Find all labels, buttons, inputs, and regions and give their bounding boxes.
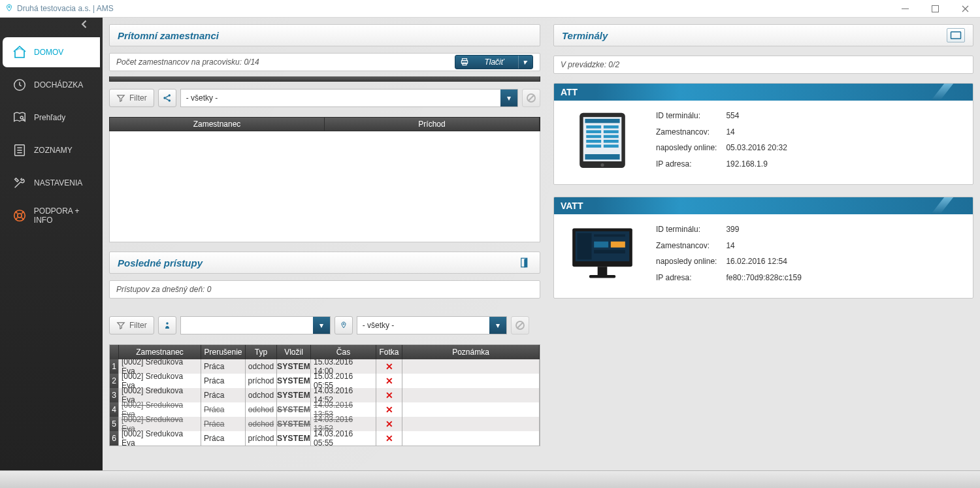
close-button[interactable] [950, 0, 980, 18]
svg-rect-31 [604, 140, 619, 143]
svg-point-7 [18, 214, 22, 218]
svg-rect-30 [586, 140, 601, 143]
sidebar: DOMOV DOCHÁDZKA Prehľady ZOZNAMY [0, 18, 103, 470]
x-icon: ✕ [385, 419, 393, 429]
svg-rect-25 [604, 125, 619, 129]
recent-count: Prístupov za dnešný deň: 0 [116, 285, 211, 294]
nav-label: DOMOV [34, 48, 63, 57]
caret-down-icon: ▾ [500, 89, 517, 106]
svg-rect-29 [604, 135, 619, 138]
printer-icon [459, 57, 470, 67]
x-icon: ✕ [385, 390, 393, 400]
nav-home[interactable]: DOMOV [3, 37, 100, 67]
svg-rect-20 [951, 32, 961, 39]
nav-support[interactable]: PODPORA + INFO [3, 201, 100, 231]
caret-down-icon: ▾ [313, 317, 330, 334]
svg-rect-2 [932, 5, 938, 12]
nav-attendance[interactable]: DOCHÁDZKA [3, 70, 100, 100]
x-icon: ✕ [385, 376, 393, 386]
caret-down-icon: ▾ [489, 317, 506, 334]
list-icon [12, 142, 27, 158]
svg-point-16 [525, 263, 526, 263]
tablet-icon [563, 107, 642, 172]
x-icon: ✕ [385, 361, 393, 372]
svg-rect-40 [611, 242, 625, 248]
pin-icon-button[interactable] [335, 316, 353, 334]
monitor-icon [563, 221, 642, 286]
minimize-button[interactable] [890, 0, 920, 18]
svg-point-0 [8, 6, 10, 8]
nav-label: PODPORA + INFO [34, 206, 100, 225]
filter-label: Filter [109, 316, 154, 334]
svg-rect-38 [578, 233, 592, 259]
svg-rect-23 [585, 119, 619, 123]
svg-rect-1 [902, 8, 909, 9]
maximize-button[interactable] [920, 0, 950, 18]
nav-label: Prehľady [34, 113, 65, 122]
svg-point-17 [166, 322, 169, 325]
nav-reports[interactable]: Prehľady [3, 103, 100, 133]
svg-rect-26 [586, 130, 601, 133]
clock-icon [12, 77, 27, 93]
recent-filter-employee[interactable]: ▾ [180, 316, 331, 334]
terminal-card[interactable]: ATTID terminálu:554Zamestnancov:14naposl… [553, 83, 973, 185]
svg-rect-28 [586, 135, 601, 138]
recent-table: Zamestnanec Prerušenie Typ Vložil Čas Fo… [109, 344, 540, 446]
sidebar-collapse-button[interactable] [0, 18, 103, 31]
svg-rect-44 [589, 275, 615, 278]
caret-down-icon: ▾ [518, 56, 530, 69]
clear-filter-button[interactable] [511, 316, 529, 334]
nav-settings[interactable]: NASTAVENIA [3, 168, 100, 198]
terminals-status: V prevádzke: 0/2 [561, 60, 619, 69]
svg-rect-33 [604, 144, 619, 148]
nav-lists[interactable]: ZOZNAMY [3, 135, 100, 165]
present-count: Počet zamestnancov na pracovisku: 0/14 [116, 57, 259, 67]
svg-rect-27 [604, 130, 619, 133]
lifebuoy-icon [12, 208, 27, 223]
recent-panel: Posledné prístupy Prístupov za dnešný de… [109, 252, 540, 446]
svg-point-18 [343, 323, 344, 325]
nav-label: ZOZNAMY [34, 146, 73, 155]
home-icon [12, 44, 27, 60]
present-panel: Prítomní zamestnanci Počet zamestnancov … [109, 24, 540, 242]
pin-icon [5, 3, 13, 14]
present-filter-combo[interactable]: - všetky - ▾ [180, 89, 518, 107]
present-grid-header: Zamestnanec Príchod [109, 117, 540, 131]
svg-rect-43 [598, 267, 608, 275]
svg-rect-39 [594, 242, 608, 248]
table-row[interactable]: 6[0002] Sredukova EvaPrácapríchodSYSTEM1… [110, 431, 540, 446]
present-title: Prítomní zamestnanci [118, 30, 219, 41]
nav-label: DOCHÁDZKA [34, 80, 83, 89]
svg-rect-41 [594, 250, 625, 254]
recent-filter-location[interactable]: - všetky - ▾ [357, 316, 507, 334]
svg-rect-42 [594, 235, 625, 237]
window-title: Druhá testovacia a.s. | AMS [17, 4, 114, 13]
person-icon-button[interactable] [158, 316, 176, 334]
svg-rect-24 [586, 125, 601, 129]
print-label: Tlačiť [484, 57, 504, 67]
svg-point-4 [20, 116, 23, 119]
terminals-title: Terminály [562, 30, 608, 41]
nav-label: NASTAVENIA [34, 178, 82, 187]
clear-filter-button[interactable] [522, 89, 540, 107]
recent-title: Posledné prístupy [118, 257, 203, 268]
svg-point-35 [600, 163, 604, 167]
share-icon-button[interactable] [158, 89, 176, 107]
door-icon[interactable] [517, 255, 532, 270]
book-search-icon [12, 110, 27, 125]
x-icon: ✕ [385, 404, 393, 415]
svg-rect-32 [586, 144, 601, 148]
print-button[interactable]: Tlačiť ▾ [455, 55, 533, 69]
terminal-card[interactable]: VATTID terminálu:399Zamestnancov:14napos… [553, 197, 973, 299]
x-icon: ✕ [385, 433, 393, 444]
present-grid-body [109, 131, 540, 242]
tools-icon [12, 175, 27, 191]
svg-rect-34 [585, 154, 619, 159]
filter-label: Filter [109, 89, 154, 107]
title-bar: Druhá testovacia a.s. | AMS [0, 0, 980, 18]
status-bar [0, 470, 980, 488]
expand-terminals-button[interactable] [947, 28, 965, 42]
